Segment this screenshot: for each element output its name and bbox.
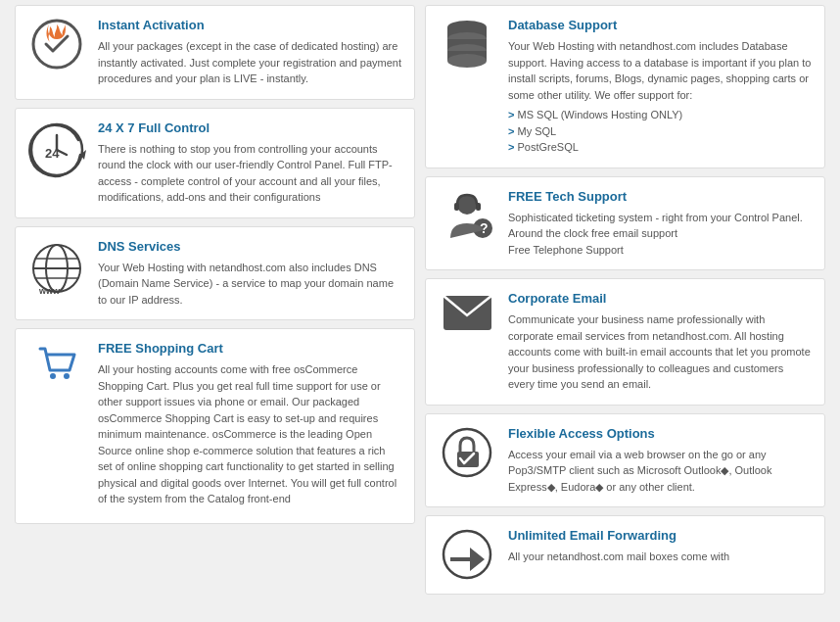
feature-card-forwarding: Unlimited Email Forwarding All your neta…: [425, 515, 825, 595]
cart-icon-wrap: [27, 341, 86, 385]
tech-support-text: Sophisticated ticketing system - right f…: [508, 210, 813, 259]
svg-rect-21: [476, 203, 481, 211]
dns-icon-wrap: www: [27, 239, 86, 298]
flexible-content: Flexible Access Options Access your emai…: [508, 426, 813, 496]
svg-point-11: [64, 373, 70, 379]
feature-card-cart: FREE Shopping Cart All your hosting acco…: [15, 328, 415, 524]
dns-icon: www: [27, 239, 86, 298]
two-column-layout: Instant Activation All your packages (ex…: [0, 0, 840, 599]
24x7-icon-wrap: 24: [27, 120, 86, 179]
database-text: Your Web Hosting with netandhost.com inc…: [508, 38, 813, 156]
instant-icon-wrap: [27, 18, 86, 72]
24x7-content: 24 X 7 Full Control There is nothing to …: [98, 120, 402, 206]
feature-card-dns: www DNS Services Your Web Hosting with n…: [15, 226, 415, 321]
instant-activation-title: Instant Activation: [98, 18, 402, 32]
feature-card-flexible: Flexible Access Options Access your emai…: [425, 413, 825, 508]
svg-text:24: 24: [45, 146, 60, 161]
left-column: Instant Activation All your packages (ex…: [10, 0, 420, 599]
feature-card-corporate-email: Corporate Email Communicate your busines…: [425, 278, 825, 406]
flexible-icon-wrap: [438, 426, 496, 480]
24x7-title: 24 X 7 Full Control: [98, 120, 402, 135]
dns-content: DNS Services Your Web Hosting with netan…: [98, 239, 402, 309]
corporate-email-content: Corporate Email Communicate your busines…: [508, 291, 813, 393]
cart-title: FREE Shopping Cart: [98, 341, 402, 356]
flexible-title: Flexible Access Options: [508, 426, 813, 441]
cart-text: All your hosting accounts come with free…: [98, 361, 402, 507]
24x7-icon: 24: [27, 120, 86, 179]
corporate-email-title: Corporate Email: [508, 291, 813, 306]
right-column: Database Support Your Web Hosting with n…: [420, 0, 830, 599]
forwarding-content: Unlimited Email Forwarding All your neta…: [508, 528, 813, 565]
forwarding-text: All your netandhost.com mail boxes come …: [508, 549, 813, 565]
feature-card-24x7: 24 24 X 7 Full Control There is nothing …: [15, 108, 415, 218]
svg-point-0: [33, 21, 80, 68]
svg-text:www: www: [38, 286, 61, 296]
page-container: Instant Activation All your packages (ex…: [0, 0, 840, 599]
flexible-access-icon: [441, 426, 494, 480]
database-icon-wrap: [438, 18, 496, 72]
feature-card-tech-support: ? FREE Tech Support Sophisticated ticket…: [425, 176, 825, 271]
corporate-email-icon: [441, 291, 494, 335]
instant-activation-text: All your packages (except in the case of…: [98, 38, 402, 87]
svg-point-10: [50, 373, 56, 379]
corporate-email-icon-wrap: [438, 291, 496, 335]
database-title: Database Support: [508, 18, 813, 32]
instant-activation-content: Instant Activation All your packages (ex…: [98, 18, 402, 87]
feature-card-database: Database Support Your Web Hosting with n…: [425, 5, 825, 168]
tech-support-content: FREE Tech Support Sophisticated ticketin…: [508, 189, 813, 259]
cart-content: FREE Shopping Cart All your hosting acco…: [98, 341, 402, 507]
database-icon: [443, 18, 491, 72]
corporate-email-text: Communicate your business name professio…: [508, 311, 813, 393]
database-content: Database Support Your Web Hosting with n…: [508, 18, 813, 156]
flexible-text: Access your email via a web browser on t…: [508, 447, 813, 496]
svg-rect-20: [454, 203, 459, 211]
svg-point-27: [443, 531, 490, 578]
forwarding-icon-wrap: [438, 528, 496, 582]
dns-title: DNS Services: [98, 239, 402, 254]
shopping-cart-icon: [35, 341, 79, 385]
feature-card-instant: Instant Activation All your packages (ex…: [15, 5, 415, 100]
instant-activation-icon: [30, 18, 84, 72]
tech-support-icon: ?: [441, 189, 494, 243]
forwarding-title: Unlimited Email Forwarding: [508, 528, 813, 543]
svg-point-18: [447, 54, 487, 68]
email-forwarding-icon: [441, 528, 494, 582]
dns-text: Your Web Hosting with netandhost.com als…: [98, 260, 402, 309]
24x7-text: There is nothing to stop you from contro…: [98, 141, 402, 206]
tech-support-title: FREE Tech Support: [508, 189, 813, 204]
tech-support-icon-wrap: ?: [438, 189, 496, 243]
